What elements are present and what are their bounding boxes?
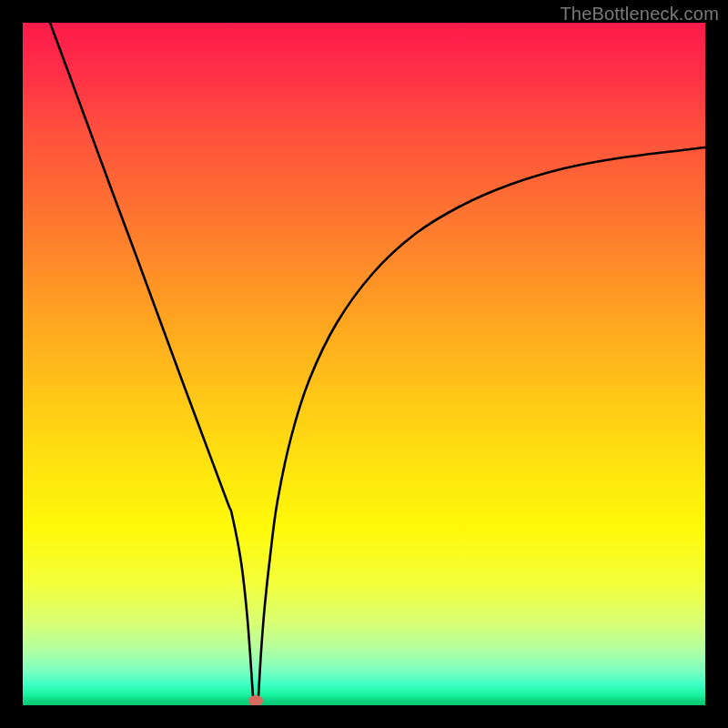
plot-area	[23, 23, 705, 705]
curve-left-branch	[50, 23, 253, 696]
curve-right-branch	[258, 147, 705, 696]
chart-frame: TheBottleneck.com	[0, 0, 728, 728]
minimum-marker	[248, 695, 263, 705]
curve-layer	[23, 23, 705, 705]
attribution-watermark: TheBottleneck.com	[560, 4, 719, 25]
